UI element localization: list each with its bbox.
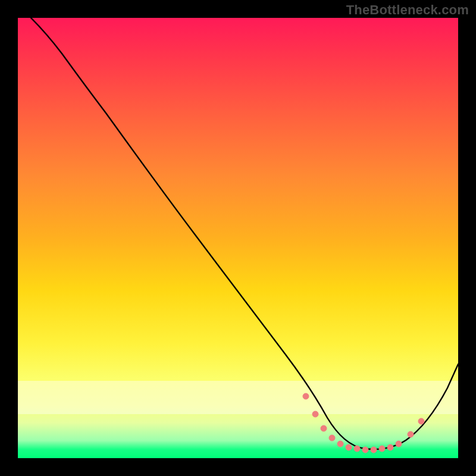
marker-dot: [329, 435, 335, 441]
watermark-text: TheBottleneck.com: [346, 2, 469, 18]
marker-dot: [362, 447, 368, 453]
bottleneck-curve: [31, 18, 458, 449]
chart-frame: TheBottleneck.com: [0, 0, 476, 476]
marker-dot: [321, 425, 327, 431]
marker-dot: [346, 444, 352, 450]
marker-dot: [312, 411, 318, 417]
marker-dot: [408, 431, 414, 437]
marker-dot: [396, 441, 402, 447]
marker-dot: [354, 446, 360, 452]
marker-dot: [337, 441, 343, 447]
plot-area: [18, 18, 458, 458]
marker-dot: [418, 418, 424, 424]
marker-dot: [379, 446, 385, 452]
marker-dot: [303, 393, 309, 399]
marker-dot: [371, 447, 377, 453]
marker-dot: [387, 444, 393, 450]
chart-svg: [18, 18, 458, 458]
marker-group: [303, 393, 424, 453]
